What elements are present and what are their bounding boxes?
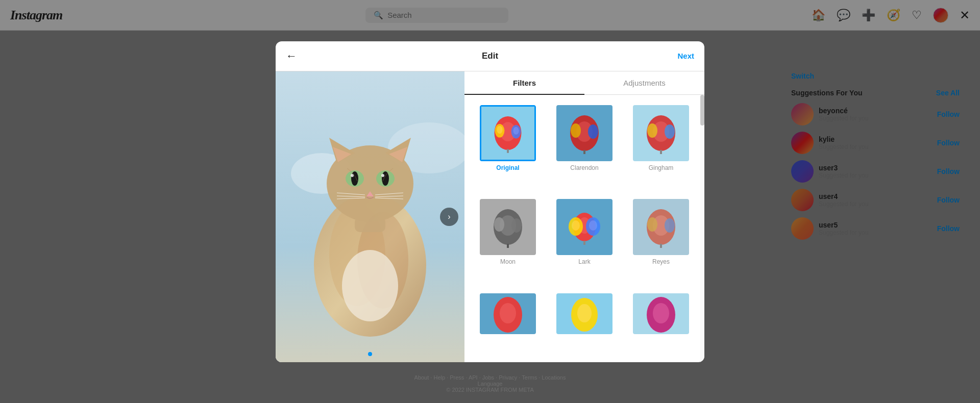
filter-label-original: Original (496, 164, 519, 171)
modal-title: Edit (482, 51, 498, 61)
svg-point-63 (647, 217, 657, 232)
filter-thumb-lark (556, 199, 612, 255)
image-preview: › (276, 71, 464, 362)
next-button[interactable]: Next (677, 52, 694, 60)
filter-item-clarendon[interactable]: Clarendon (547, 101, 622, 193)
filter-thumb-original (480, 105, 536, 161)
svg-point-68 (500, 303, 516, 323)
svg-point-6 (342, 250, 398, 321)
svg-point-14 (351, 171, 358, 186)
filter-item-row3c[interactable] (624, 289, 698, 356)
svg-point-32 (513, 127, 519, 134)
filter-thumb-row3b (556, 293, 612, 334)
svg-point-38 (588, 124, 598, 139)
svg-point-50 (511, 218, 522, 233)
svg-rect-33 (507, 149, 509, 153)
svg-point-58 (589, 220, 597, 231)
filter-item-gingham[interactable]: Gingham (624, 101, 698, 193)
filter-grid: Original (464, 95, 704, 362)
svg-point-71 (577, 304, 592, 322)
modal-overlay[interactable]: ← Edit Next (0, 0, 980, 403)
filter-item-moon[interactable]: Moon (471, 195, 545, 287)
filter-item-row3b[interactable] (547, 289, 622, 356)
svg-point-15 (382, 171, 389, 186)
tab-filters[interactable]: Filters (464, 71, 584, 94)
svg-point-56 (572, 220, 580, 231)
svg-point-74 (653, 303, 669, 323)
svg-point-44 (665, 124, 675, 139)
filter-label-gingham: Gingham (649, 164, 674, 171)
filter-label-reyes: Reyes (652, 258, 670, 265)
svg-point-64 (665, 218, 675, 233)
filter-thumb-row3c (633, 293, 689, 334)
svg-point-49 (494, 217, 504, 232)
modal-body: › Filters Adjustments (276, 71, 704, 362)
modal-header: ← Edit Next (276, 41, 704, 71)
next-image-button[interactable]: › (440, 208, 458, 226)
svg-rect-25 (355, 217, 385, 232)
svg-point-17 (381, 174, 384, 177)
svg-rect-65 (660, 244, 662, 248)
filter-thumb-moon (480, 199, 536, 255)
filter-label-clarendon: Clarendon (570, 164, 598, 171)
filter-label-lark: Lark (578, 258, 590, 265)
svg-rect-59 (583, 241, 585, 245)
svg-rect-45 (660, 150, 662, 154)
filter-thumb-reyes (633, 199, 689, 255)
svg-rect-39 (583, 150, 585, 154)
svg-point-37 (571, 123, 581, 138)
svg-rect-51 (507, 244, 509, 248)
edit-modal: ← Edit Next (276, 41, 704, 362)
svg-point-16 (351, 174, 354, 177)
svg-point-43 (647, 123, 657, 138)
scrollbar-track (700, 95, 704, 362)
filter-panel: Filters Adjustments (464, 71, 704, 362)
filter-thumb-row3a (480, 293, 536, 334)
image-dot-indicator (368, 352, 372, 356)
filter-item-reyes[interactable]: Reyes (624, 195, 698, 287)
cat-photo (276, 71, 464, 362)
svg-point-30 (497, 125, 502, 133)
back-button[interactable]: ← (286, 49, 297, 63)
filter-item-original[interactable]: Original (471, 101, 545, 193)
scrollbar-thumb[interactable] (700, 95, 704, 125)
filter-thumb-gingham (633, 105, 689, 161)
filter-label-moon: Moon (500, 258, 516, 265)
tab-adjustments[interactable]: Adjustments (584, 71, 704, 94)
filter-item-row3a[interactable] (471, 289, 545, 356)
filter-item-lark[interactable]: Lark (547, 195, 622, 287)
filter-thumb-clarendon (556, 105, 612, 161)
filter-tabs: Filters Adjustments (464, 71, 704, 95)
